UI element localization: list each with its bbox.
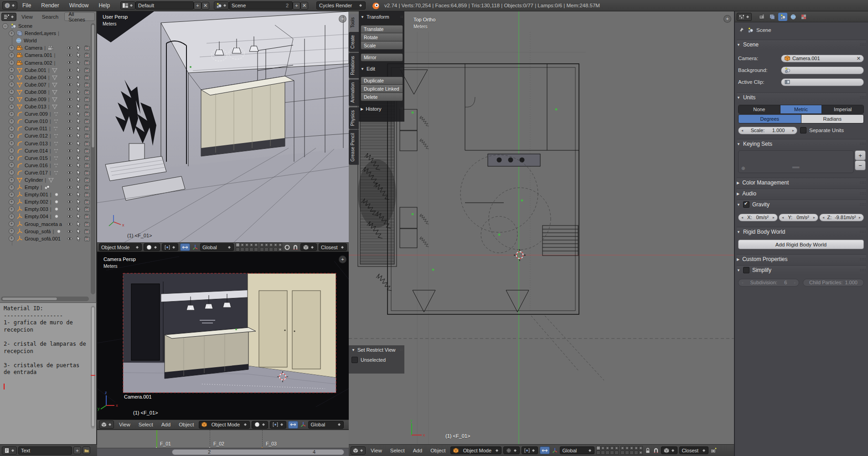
outliner-item[interactable]: +Camera.002|: [0, 59, 90, 66]
cursor-arrow-icon[interactable]: [75, 184, 82, 190]
new-text-button[interactable]: +: [73, 446, 81, 454]
eye-icon[interactable]: [67, 140, 73, 147]
cursor-arrow-icon[interactable]: [75, 228, 82, 235]
layer-cell[interactable]: [630, 446, 634, 450]
gravity-y-field[interactable]: ◂Y:0m/s²▸: [779, 214, 818, 221]
outliner-item[interactable]: +RenderLayers|: [0, 30, 90, 37]
cursor-arrow-icon[interactable]: [75, 52, 82, 58]
expander-icon[interactable]: +: [9, 199, 15, 205]
eye-icon[interactable]: [67, 236, 73, 242]
toolshelf-tab-tools[interactable]: Tools: [349, 14, 359, 31]
tab-render-layers[interactable]: [768, 13, 777, 21]
lock-icon[interactable]: [645, 447, 651, 454]
camera-photo-icon[interactable]: [84, 74, 90, 81]
layer-cell[interactable]: [249, 247, 253, 251]
viewport-top-ortho[interactable]: yx Top Ortho Meters (1) <F_01> +: [349, 11, 734, 444]
timeline-scrollbar-handle[interactable]: [172, 449, 344, 455]
viewport-editor-type-button[interactable]: [99, 420, 114, 429]
child-particles-field[interactable]: Child Particles:1.000: [803, 279, 864, 287]
camera-photo-icon[interactable]: [84, 236, 90, 242]
layer-cell[interactable]: [610, 451, 614, 455]
units-none-button[interactable]: None: [739, 105, 780, 113]
eye-icon[interactable]: [67, 96, 73, 102]
subdivision-field[interactable]: ◂Subdivision:6▸: [738, 279, 799, 287]
viewport-camera-persp[interactable]: zyx Camera Persp Meters Camera.001 (1) <…: [97, 252, 349, 420]
eye-icon[interactable]: [67, 228, 73, 235]
outliner-item[interactable]: +Empty.002|: [0, 198, 90, 205]
menu-render[interactable]: Render: [36, 0, 64, 11]
expander-icon[interactable]: +: [9, 192, 15, 198]
duplicate-linked-button[interactable]: Duplicate Linked: [361, 85, 403, 93]
simplify-panel-header[interactable]: ▼Simplify∷∷: [737, 265, 866, 275]
outliner-item[interactable]: +Cube.004|: [0, 74, 90, 81]
editor-type-button[interactable]: i: [2, 1, 17, 10]
layer-cell[interactable]: [610, 446, 614, 450]
camera-photo-icon[interactable]: [84, 133, 90, 139]
outliner-item[interactable]: +Curve.010|: [0, 118, 90, 125]
expander-icon[interactable]: +: [9, 140, 15, 146]
cursor-arrow-icon[interactable]: [75, 103, 82, 110]
layer-cell[interactable]: [605, 446, 610, 450]
layout-name-field[interactable]: Default: [135, 1, 194, 10]
gravity-x-field[interactable]: ◂X:0m/s²▸: [738, 214, 778, 221]
cursor-arrow-icon[interactable]: [75, 199, 82, 205]
outliner-item[interactable]: +Curve.012|: [0, 132, 90, 139]
expander-icon[interactable]: +: [9, 104, 15, 110]
snap-magnet-icon[interactable]: [653, 447, 659, 454]
scale-button[interactable]: Scale: [361, 41, 403, 50]
camera-photo-icon[interactable]: [84, 206, 90, 212]
scene-selector-icon-button[interactable]: [214, 1, 229, 10]
eye-icon[interactable]: [67, 125, 73, 132]
cursor-arrow-icon[interactable]: [75, 67, 82, 73]
outliner-display-filter-dropdown[interactable]: All Scenes: [64, 12, 95, 21]
outliner-item[interactable]: −Scene: [0, 22, 90, 30]
add-rigid-body-world-button[interactable]: Add Rigid Body World: [738, 240, 864, 249]
add-layout-button[interactable]: +: [194, 2, 202, 10]
outliner-item[interactable]: +Curve.011|: [0, 125, 90, 132]
camera-photo-icon[interactable]: [84, 162, 90, 169]
menu-file[interactable]: File: [17, 0, 36, 11]
text-editor-scrollbar[interactable]: [91, 306, 95, 429]
expander-icon[interactable]: +: [9, 148, 15, 154]
layer-cell[interactable]: [245, 247, 249, 251]
keying-sets-list[interactable]: ⊕══: [738, 150, 854, 173]
outliner-item[interactable]: +Group_sofá|: [0, 228, 90, 235]
camera-field[interactable]: Camera.001✕: [781, 55, 864, 62]
scene-name-field[interactable]: Scene2: [229, 1, 293, 10]
scale-slider[interactable]: ◂Scale:1.000▸: [738, 127, 797, 134]
select-menu[interactable]: Select: [135, 419, 156, 430]
outliner-item[interactable]: +Camera.001|: [0, 51, 90, 59]
camera-photo-icon[interactable]: [84, 140, 90, 147]
expander-icon[interactable]: +: [9, 206, 15, 212]
outliner-item[interactable]: +Curve.017|: [0, 169, 90, 176]
remove-keying-set-button[interactable]: −: [855, 160, 866, 170]
orientation-dropdown[interactable]: Global: [560, 446, 594, 454]
expander-icon[interactable]: +: [9, 221, 15, 227]
cursor-arrow-icon[interactable]: [75, 45, 82, 51]
camera-photo-icon[interactable]: [84, 169, 90, 176]
add-menu[interactable]: Add: [158, 419, 174, 430]
eye-icon[interactable]: [67, 133, 73, 139]
outliner-item[interactable]: +Cube.007|: [0, 81, 90, 88]
eye-icon[interactable]: [67, 169, 73, 176]
expander-icon[interactable]: +: [9, 31, 15, 36]
expander-icon[interactable]: +: [9, 228, 15, 234]
custom-properties-panel-header[interactable]: ▶Custom Properties∷∷: [737, 254, 866, 264]
outliner-item[interactable]: +Curve.015|: [0, 154, 90, 162]
add-scene-button[interactable]: +: [293, 2, 300, 10]
layer-cell[interactable]: [254, 243, 258, 247]
opengl-render-icon[interactable]: [710, 447, 717, 454]
duplicate-button[interactable]: Duplicate: [361, 77, 403, 85]
menu-help[interactable]: Help: [93, 0, 115, 11]
layer-cell[interactable]: [639, 446, 643, 450]
cursor-arrow-icon[interactable]: [75, 133, 82, 139]
layer-cell[interactable]: [260, 243, 264, 247]
region-expand-button[interactable]: +: [723, 15, 731, 23]
layer-cell[interactable]: [236, 243, 240, 247]
layout-selector-icon-button[interactable]: [120, 1, 135, 10]
delete-scene-button[interactable]: ✕: [300, 2, 308, 10]
background-field[interactable]: [781, 67, 864, 74]
expander-icon[interactable]: +: [9, 82, 15, 87]
camera-photo-icon[interactable]: [84, 228, 90, 235]
expander-icon[interactable]: +: [9, 96, 15, 102]
